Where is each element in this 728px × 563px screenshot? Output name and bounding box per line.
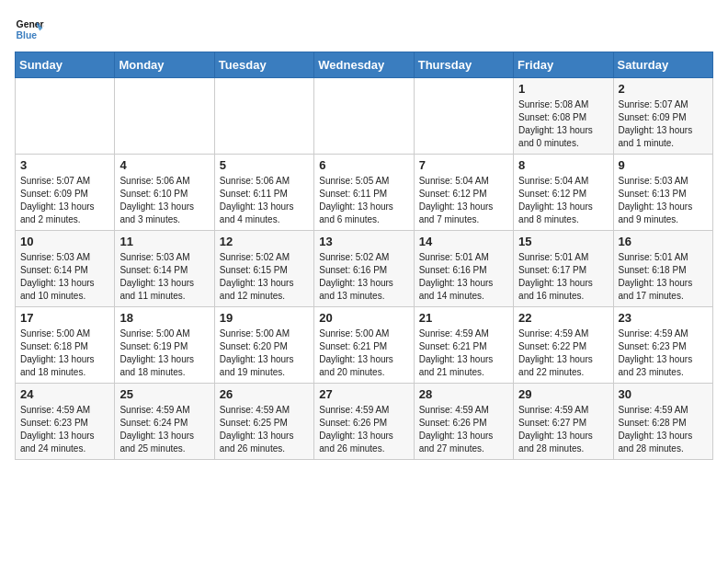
day-info: Sunrise: 4:59 AMSunset: 6:23 PMDaylight:… (20, 404, 109, 455)
day-info: Sunrise: 4:59 AMSunset: 6:26 PMDaylight:… (419, 404, 508, 455)
day-cell: 4Sunrise: 5:06 AMSunset: 6:10 PMDaylight… (115, 155, 214, 231)
day-cell (115, 78, 214, 155)
day-info: Sunrise: 5:06 AMSunset: 6:10 PMDaylight:… (119, 175, 209, 226)
day-info: Sunrise: 5:03 AMSunset: 6:13 PMDaylight:… (619, 175, 708, 226)
day-number: 23 (619, 311, 708, 325)
day-info: Sunrise: 5:07 AMSunset: 6:09 PMDaylight:… (20, 175, 109, 226)
day-info: Sunrise: 5:00 AMSunset: 6:19 PMDaylight:… (119, 327, 209, 379)
day-number: 10 (20, 235, 109, 248)
day-info: Sunrise: 4:59 AMSunset: 6:26 PMDaylight:… (319, 404, 408, 455)
day-cell: 22Sunrise: 4:59 AMSunset: 6:22 PMDayligh… (514, 307, 613, 384)
day-number: 22 (518, 311, 608, 325)
day-number: 7 (419, 158, 508, 172)
day-cell: 10Sunrise: 5:03 AMSunset: 6:14 PMDayligh… (16, 231, 115, 307)
day-info: Sunrise: 5:06 AMSunset: 6:11 PMDaylight:… (220, 175, 309, 226)
day-info: Sunrise: 5:08 AMSunset: 6:08 PMDaylight:… (518, 98, 608, 150)
day-cell: 7Sunrise: 5:04 AMSunset: 6:12 PMDaylight… (414, 155, 513, 231)
day-cell: 2Sunrise: 5:07 AMSunset: 6:09 PMDaylight… (613, 78, 712, 155)
day-cell: 15Sunrise: 5:01 AMSunset: 6:17 PMDayligh… (514, 231, 613, 307)
day-cell: 27Sunrise: 4:59 AMSunset: 6:26 PMDayligh… (314, 384, 414, 460)
day-info: Sunrise: 5:01 AMSunset: 6:18 PMDaylight:… (619, 251, 708, 303)
week-row-3: 10Sunrise: 5:03 AMSunset: 6:14 PMDayligh… (16, 231, 713, 307)
day-cell: 19Sunrise: 5:00 AMSunset: 6:20 PMDayligh… (214, 307, 313, 384)
day-number: 4 (119, 158, 209, 172)
day-number: 26 (220, 387, 309, 401)
day-number: 11 (119, 235, 209, 248)
header: General Blue (15, 15, 713, 44)
svg-text:Blue: Blue (17, 30, 38, 40)
day-info: Sunrise: 5:04 AMSunset: 6:12 PMDaylight:… (419, 175, 508, 226)
day-number: 9 (619, 158, 708, 172)
day-number: 14 (419, 235, 508, 248)
day-number: 25 (119, 387, 209, 401)
day-info: Sunrise: 4:59 AMSunset: 6:22 PMDaylight:… (518, 327, 608, 379)
header-wednesday: Wednesday (314, 52, 414, 78)
day-cell: 9Sunrise: 5:03 AMSunset: 6:13 PMDaylight… (613, 155, 712, 231)
day-number: 30 (619, 387, 708, 401)
calendar-table: SundayMondayTuesdayWednesdayThursdayFrid… (15, 52, 713, 460)
day-number: 3 (20, 158, 109, 172)
day-info: Sunrise: 5:00 AMSunset: 6:20 PMDaylight:… (220, 327, 309, 379)
day-number: 8 (518, 158, 608, 172)
day-info: Sunrise: 4:59 AMSunset: 6:28 PMDaylight:… (619, 404, 708, 455)
day-cell: 24Sunrise: 4:59 AMSunset: 6:23 PMDayligh… (16, 384, 115, 460)
day-cell (16, 78, 115, 155)
header-sunday: Sunday (16, 52, 115, 78)
day-info: Sunrise: 4:59 AMSunset: 6:21 PMDaylight:… (419, 327, 508, 379)
header-thursday: Thursday (414, 52, 513, 78)
day-number: 28 (419, 387, 508, 401)
day-number: 29 (518, 387, 608, 401)
day-cell (214, 78, 313, 155)
day-cell: 30Sunrise: 4:59 AMSunset: 6:28 PMDayligh… (613, 384, 712, 460)
day-number: 19 (220, 311, 309, 325)
day-cell (314, 78, 414, 155)
day-cell: 25Sunrise: 4:59 AMSunset: 6:24 PMDayligh… (115, 384, 214, 460)
day-cell: 21Sunrise: 4:59 AMSunset: 6:21 PMDayligh… (414, 307, 513, 384)
day-cell: 17Sunrise: 5:00 AMSunset: 6:18 PMDayligh… (16, 307, 115, 384)
day-number: 20 (319, 311, 408, 325)
day-cell: 13Sunrise: 5:02 AMSunset: 6:16 PMDayligh… (314, 231, 414, 307)
day-number: 24 (20, 387, 109, 401)
day-number: 2 (619, 82, 708, 96)
day-cell: 18Sunrise: 5:00 AMSunset: 6:19 PMDayligh… (115, 307, 214, 384)
day-cell: 16Sunrise: 5:01 AMSunset: 6:18 PMDayligh… (613, 231, 712, 307)
day-number: 6 (319, 158, 408, 172)
day-info: Sunrise: 5:02 AMSunset: 6:15 PMDaylight:… (220, 251, 309, 303)
day-info: Sunrise: 5:00 AMSunset: 6:21 PMDaylight:… (319, 327, 408, 379)
day-cell: 28Sunrise: 4:59 AMSunset: 6:26 PMDayligh… (414, 384, 513, 460)
week-row-4: 17Sunrise: 5:00 AMSunset: 6:18 PMDayligh… (16, 307, 713, 384)
day-info: Sunrise: 4:59 AMSunset: 6:23 PMDaylight:… (619, 327, 708, 379)
day-info: Sunrise: 5:02 AMSunset: 6:16 PMDaylight:… (319, 251, 408, 303)
day-info: Sunrise: 4:59 AMSunset: 6:24 PMDaylight:… (119, 404, 209, 455)
day-cell: 3Sunrise: 5:07 AMSunset: 6:09 PMDaylight… (16, 155, 115, 231)
day-info: Sunrise: 5:01 AMSunset: 6:16 PMDaylight:… (419, 251, 508, 303)
day-info: Sunrise: 4:59 AMSunset: 6:27 PMDaylight:… (518, 404, 608, 455)
day-cell: 20Sunrise: 5:00 AMSunset: 6:21 PMDayligh… (314, 307, 414, 384)
week-row-5: 24Sunrise: 4:59 AMSunset: 6:23 PMDayligh… (16, 384, 713, 460)
day-info: Sunrise: 5:03 AMSunset: 6:14 PMDaylight:… (20, 251, 109, 303)
day-cell: 23Sunrise: 4:59 AMSunset: 6:23 PMDayligh… (613, 307, 712, 384)
day-cell: 29Sunrise: 4:59 AMSunset: 6:27 PMDayligh… (514, 384, 613, 460)
day-info: Sunrise: 5:07 AMSunset: 6:09 PMDaylight:… (619, 98, 708, 150)
day-number: 12 (220, 235, 309, 248)
day-number: 15 (518, 235, 608, 248)
header-monday: Monday (115, 52, 214, 78)
day-cell: 6Sunrise: 5:05 AMSunset: 6:11 PMDaylight… (314, 155, 414, 231)
day-number: 5 (220, 158, 309, 172)
day-info: Sunrise: 5:01 AMSunset: 6:17 PMDaylight:… (518, 251, 608, 303)
day-cell: 8Sunrise: 5:04 AMSunset: 6:12 PMDaylight… (514, 155, 613, 231)
day-info: Sunrise: 4:59 AMSunset: 6:25 PMDaylight:… (220, 404, 309, 455)
day-cell: 1Sunrise: 5:08 AMSunset: 6:08 PMDaylight… (514, 78, 613, 155)
week-row-2: 3Sunrise: 5:07 AMSunset: 6:09 PMDaylight… (16, 155, 713, 231)
day-info: Sunrise: 5:04 AMSunset: 6:12 PMDaylight:… (518, 175, 608, 226)
day-cell: 5Sunrise: 5:06 AMSunset: 6:11 PMDaylight… (214, 155, 313, 231)
header-saturday: Saturday (613, 52, 712, 78)
day-cell: 11Sunrise: 5:03 AMSunset: 6:14 PMDayligh… (115, 231, 214, 307)
day-cell: 14Sunrise: 5:01 AMSunset: 6:16 PMDayligh… (414, 231, 513, 307)
logo: General Blue (15, 15, 44, 44)
day-cell: 12Sunrise: 5:02 AMSunset: 6:15 PMDayligh… (214, 231, 313, 307)
day-number: 16 (619, 235, 708, 248)
day-number: 18 (119, 311, 209, 325)
day-info: Sunrise: 5:03 AMSunset: 6:14 PMDaylight:… (119, 251, 209, 303)
weekday-header-row: SundayMondayTuesdayWednesdayThursdayFrid… (16, 52, 713, 78)
